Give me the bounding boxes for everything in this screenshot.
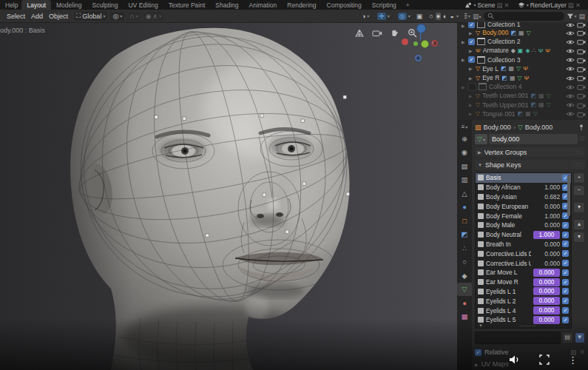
disable-render-camera-icon[interactable]: [577, 92, 586, 99]
shape-key-checkbox[interactable]: ✓: [562, 317, 569, 323]
shape-key-row-corrective-lids-down[interactable]: Corrective.Lids Down0.000✓: [476, 249, 571, 258]
properties-tab-constraints[interactable]: ◆: [457, 269, 472, 283]
expand-arrow-icon[interactable]: ▶: [469, 111, 473, 116]
disable-render-camera-icon[interactable]: [577, 22, 586, 28]
disable-render-camera-icon[interactable]: [577, 101, 586, 109]
remove-layer-icon[interactable]: ✕: [575, 1, 581, 9]
properties-tab-object[interactable]: □: [457, 214, 472, 228]
outliner-row-collection-1[interactable]: ▶✓Collection 1: [457, 22, 588, 28]
menu-help[interactable]: Help: [1, 1, 21, 9]
hide-viewport-eye-icon[interactable]: [566, 74, 575, 81]
outliner-row-body-000[interactable]: ▶▽Body.000◩▦▽: [457, 28, 588, 37]
outliner-row-eye-l[interactable]: ▶▽Eye L◩▦▽Ψ: [457, 64, 588, 73]
collection-checkbox[interactable]: [468, 83, 476, 91]
shape-key-row-corrective-lids-up[interactable]: Corrective.Lids Up0.000✓: [476, 258, 571, 268]
menu-object[interactable]: Object: [46, 13, 71, 20]
shape-key-add-button[interactable]: +: [573, 172, 585, 184]
shape-key-row-basis[interactable]: Basis✓: [476, 173, 571, 183]
workspace-tab-scripting[interactable]: Scripting: [367, 0, 402, 10]
shape-key-value[interactable]: 0.000: [533, 221, 560, 229]
shape-key-row-eyelids-l-2[interactable]: Eyelids L 20.000✓: [476, 296, 571, 306]
rendered-shading-icon[interactable]: ◒: [450, 13, 455, 20]
workspace-tab-shading[interactable]: Shading: [210, 0, 243, 10]
shape-key-value[interactable]: 1.000: [533, 231, 560, 239]
shape-key-value[interactable]: 0.000: [533, 297, 560, 305]
new-collection-icon[interactable]: ▤: [578, 13, 585, 20]
disable-render-camera-icon[interactable]: [577, 74, 586, 81]
expand-arrow-icon[interactable]: ▶: [469, 48, 473, 53]
search-input[interactable]: [496, 12, 561, 20]
list-scrollbar[interactable]: [567, 175, 570, 216]
sidebar-toggle-arrow[interactable]: ‹: [432, 38, 434, 47]
new-scene-icon[interactable]: ▤: [497, 1, 503, 9]
fullscreen-icon[interactable]: [539, 354, 550, 365]
shape-key-row-ear-move-l[interactable]: Ear Move L0.000✓: [476, 268, 571, 278]
hide-viewport-eye-icon[interactable]: [566, 38, 575, 45]
menu-add[interactable]: Add: [28, 13, 46, 20]
hide-viewport-eye-icon[interactable]: [566, 65, 575, 73]
hide-viewport-eye-icon[interactable]: [566, 101, 575, 109]
fake-user-icon[interactable]: ♡: [579, 135, 585, 143]
volume-icon[interactable]: [508, 354, 521, 365]
snap-toggle[interactable]: ∩ ▾: [127, 12, 140, 21]
properties-tab-modifiers[interactable]: ◩: [457, 228, 472, 242]
menu-select[interactable]: Select: [4, 13, 28, 20]
outliner-row-tongue-001[interactable]: ▶▽Tongue.001◩▦▽: [457, 110, 588, 118]
hide-viewport-eye-icon[interactable]: [566, 29, 575, 36]
expand-arrow-icon[interactable]: ▶: [462, 57, 466, 62]
collection-checkbox[interactable]: ✓: [468, 22, 475, 28]
sort-alpha-icon[interactable]: ▼: [575, 332, 586, 343]
expand-arrow-icon[interactable]: ▶: [469, 93, 473, 98]
workspace-tab-texture-paint[interactable]: Texture Paint: [163, 0, 211, 10]
display-mode-icon[interactable]: ▥▾: [473, 13, 481, 20]
disable-render-camera-icon[interactable]: [577, 38, 586, 45]
outliner-row-collection-4[interactable]: ▶Collection 4: [457, 82, 588, 91]
workspace-tab-layout[interactable]: Layout: [21, 0, 51, 10]
shape-key-specials-button[interactable]: ▾: [573, 202, 585, 213]
shape-key-checkbox[interactable]: ✓: [562, 279, 569, 286]
expand-arrow-icon[interactable]: ▶: [469, 75, 473, 81]
outliner-row-eye-r[interactable]: ▶▽Eye R◩▦▽Ψ: [457, 73, 588, 82]
disable-render-camera-icon[interactable]: [577, 29, 586, 36]
hide-viewport-eye-icon[interactable]: [566, 47, 575, 54]
shape-key-row-body-female[interactable]: Body Female1.000✓: [476, 211, 571, 221]
expand-arrow-icon[interactable]: ▶: [469, 66, 473, 71]
properties-tab-output[interactable]: ▤: [457, 159, 472, 173]
shape-key-checkbox[interactable]: ✓: [562, 232, 569, 238]
visibility-dropdown[interactable]: ◑ ▾: [359, 12, 371, 21]
shape-key-value[interactable]: 0.000: [533, 278, 560, 286]
view-layer-selector[interactable]: ▾ RenderLayer ▤ ✕: [518, 1, 581, 9]
shape-key-value[interactable]: 0.000: [533, 306, 560, 314]
shape-key-checkbox[interactable]: ✓: [562, 260, 569, 266]
new-layer-icon[interactable]: ▤: [568, 1, 574, 9]
hide-viewport-eye-icon[interactable]: [566, 110, 575, 118]
workspace-tab-compositing[interactable]: Compositing: [322, 0, 367, 10]
shape-key-value[interactable]: 0.000: [533, 260, 560, 267]
show-gizmo-toggle[interactable]: ✛ ▾: [375, 12, 392, 21]
shape-key-checkbox[interactable]: ✓: [562, 288, 569, 295]
hide-viewport-eye-icon[interactable]: [566, 92, 575, 99]
workspace-tab-modeling[interactable]: Modeling: [51, 0, 87, 10]
camera-view-icon[interactable]: [371, 27, 382, 38]
clear-icon[interactable]: ✕: [579, 349, 585, 356]
shape-key-checkbox[interactable]: ✓: [562, 307, 569, 314]
gizmo-z-axis[interactable]: [416, 24, 426, 33]
proportional-edit-toggle[interactable]: ◉ ∧ ▾: [143, 12, 163, 21]
workspace-tab-animation[interactable]: Animation: [243, 0, 282, 10]
editor-type-properties-icon[interactable]: ≡▾: [462, 121, 468, 132]
collection-checkbox[interactable]: ✓: [468, 38, 475, 45]
properties-tab-material[interactable]: ●: [457, 296, 472, 310]
outliner-search[interactable]: [484, 12, 565, 21]
shape-key-value[interactable]: 1.000: [533, 212, 560, 220]
properties-tab-tool[interactable]: ⊕: [457, 132, 472, 146]
expand-arrow-icon[interactable]: ▶: [462, 39, 466, 44]
shape-key-row-body-european[interactable]: Body European0.000✓: [476, 201, 571, 211]
shape-key-value[interactable]: 0.000: [533, 269, 560, 277]
collection-checkbox[interactable]: ✓: [468, 56, 475, 63]
pivot-point-dropdown[interactable]: ◎ ▾: [110, 12, 124, 21]
gizmo-neg-z-axis[interactable]: [415, 55, 422, 61]
properties-tab-texture[interactable]: ▦: [457, 310, 472, 324]
shape-key-value[interactable]: 0.000: [533, 240, 560, 248]
shape-key-row-breath-in[interactable]: Breath In0.000✓: [476, 240, 571, 249]
list-filter-input[interactable]: [475, 332, 561, 344]
